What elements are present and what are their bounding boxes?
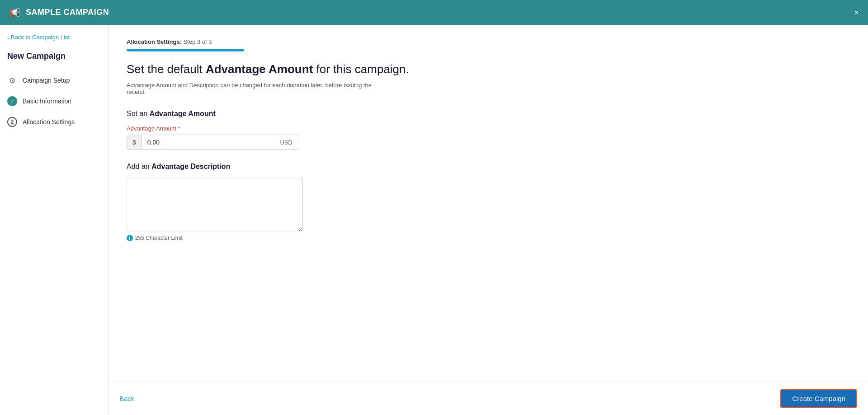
create-campaign-button[interactable]: Create Campaign	[780, 389, 857, 408]
sidebar-footer	[0, 132, 108, 415]
sidebar-nav: ⚙ Campaign Setup ✓ Basic Information 2 A…	[0, 70, 108, 132]
advantage-amount-label: Advantage Amount *	[127, 125, 850, 132]
advantage-amount-section: Set an Advantage Amount Advantage Amount…	[127, 110, 850, 150]
check-circle-icon: ✓	[7, 96, 17, 106]
advantage-amount-title: Set an Advantage Amount	[127, 110, 850, 118]
step-label: Allocation Settings: Step 3 of 3	[127, 38, 850, 45]
step-header: Allocation Settings: Step 3 of 3	[127, 38, 850, 51]
footer-actions: Back Create Campaign	[108, 382, 868, 415]
page-subtext: Advantage Amount and Description can be …	[127, 82, 380, 95]
sidebar-item-label: Allocation Settings	[23, 118, 75, 126]
back-button[interactable]: Back	[119, 391, 134, 406]
wrench-icon: ⚙	[9, 76, 15, 85]
app-title: SAMPLE CAMPAIGN	[26, 8, 109, 17]
app-header: 📢 SAMPLE CAMPAIGN ×	[0, 0, 868, 25]
close-button[interactable]: ×	[854, 9, 859, 17]
wrench-step-icon: ⚙	[7, 75, 17, 85]
advantage-description-title: Add an Advantage Description	[127, 163, 850, 171]
new-campaign-title: New Campaign	[0, 48, 108, 70]
char-limit-note: i 255 Character Limit	[127, 235, 850, 241]
sidebar-item-allocation-settings[interactable]: 2 Allocation Settings	[0, 112, 108, 132]
number-step-icon: 2	[7, 117, 17, 127]
page-heading: Set the default Advantage Amount for thi…	[127, 62, 850, 76]
main-area: Allocation Settings: Step 3 of 3 Set the…	[108, 25, 868, 415]
dollar-prefix: $	[127, 135, 142, 149]
back-to-list-link[interactable]: ‹ Back to Campaign List	[0, 25, 108, 48]
sidebar-item-label: Campaign Setup	[23, 77, 70, 84]
sidebar-item-campaign-setup[interactable]: ⚙ Campaign Setup	[0, 70, 108, 91]
advantage-amount-input[interactable]	[142, 135, 275, 149]
info-icon: i	[127, 235, 133, 241]
sidebar-item-label: Basic Information	[23, 98, 71, 105]
advantage-description-textarea[interactable]	[127, 178, 303, 232]
main-layout: ‹ Back to Campaign List New Campaign ⚙ C…	[0, 25, 868, 415]
progress-bar-fill	[127, 49, 244, 51]
main-content: Allocation Settings: Step 3 of 3 Set the…	[108, 25, 868, 382]
usd-suffix: USD	[275, 135, 298, 149]
megaphone-icon: 📢	[9, 7, 20, 18]
check-step-icon: ✓	[7, 96, 17, 106]
progress-bar-container	[127, 49, 244, 51]
sidebar: ‹ Back to Campaign List New Campaign ⚙ C…	[0, 25, 108, 415]
chevron-left-icon: ‹	[7, 34, 9, 41]
advantage-amount-input-group: $ USD	[127, 135, 298, 150]
step-number-badge: 2	[7, 117, 17, 127]
advantage-description-section: Add an Advantage Description i 255 Chara…	[127, 163, 850, 241]
char-limit-text: 255 Character Limit	[135, 235, 183, 241]
sidebar-item-basic-information[interactable]: ✓ Basic Information	[0, 91, 108, 112]
